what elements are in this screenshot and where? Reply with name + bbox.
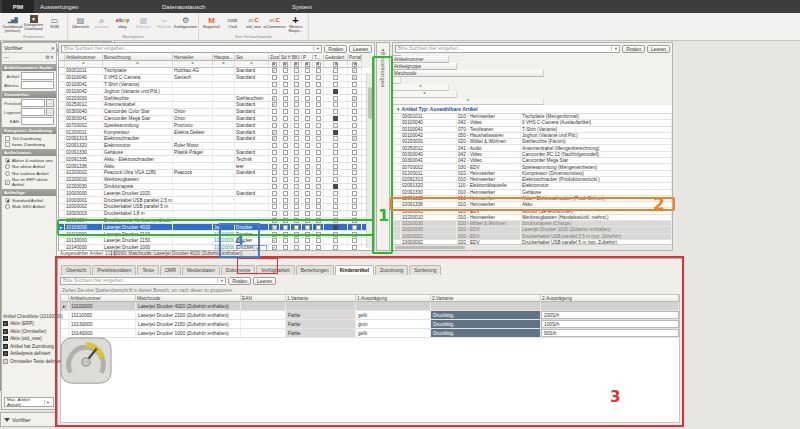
collapse-icon[interactable]: —	[4, 54, 9, 60]
checkbox-icon[interactable]	[352, 143, 357, 148]
checkbox-icon[interactable]	[352, 164, 357, 169]
checkbox-icon[interactable]	[294, 75, 299, 80]
field-input[interactable]	[21, 81, 54, 89]
table-row[interactable]: 00100042Joghurt (Variante und Pfd.)	[59, 88, 374, 95]
table-row[interactable]: 10200030Strukturtapete	[59, 184, 374, 191]
checkbox-icon[interactable]	[305, 130, 310, 135]
checkbox-icon[interactable]	[305, 238, 310, 243]
filter-funnel-icon[interactable]: *	[136, 62, 138, 67]
checkbox-icon[interactable]	[316, 109, 321, 114]
checkbox-icon[interactable]	[333, 211, 338, 216]
column-header[interactable]: 1.Variante	[286, 295, 356, 302]
clear-button[interactable]: Leeren	[349, 45, 372, 53]
filter-cell[interactable]: *	[213, 61, 235, 68]
checkbox-icon[interactable]	[272, 62, 277, 67]
checkbox-icon[interactable]	[283, 150, 288, 155]
checkbox-icon[interactable]	[283, 184, 288, 189]
column-header[interactable]: Artikelnummer	[65, 54, 103, 61]
checkbox-icon[interactable]	[305, 82, 310, 87]
checkbox-icon[interactable]	[333, 225, 338, 230]
checkbox-icon[interactable]	[305, 62, 310, 67]
checkbox-icon[interactable]	[352, 232, 357, 237]
checkbox-icon[interactable]	[283, 198, 288, 203]
ribbon-tab-datenaustausch[interactable]: Datenaustausch	[158, 0, 209, 13]
checkbox-icon[interactable]	[305, 170, 310, 175]
find-button[interactable]: Finden	[324, 45, 347, 53]
grid-group-row[interactable]: ▾ Artikel Typ: Auswählbare Artikel	[393, 105, 672, 114]
checkbox-icon[interactable]	[333, 89, 338, 94]
column-header[interactable]: Sd Hg...	[280, 54, 291, 61]
checkbox-icon[interactable]	[305, 150, 310, 155]
column-header[interactable]: Matchcode	[393, 70, 544, 77]
checkbox-icon[interactable]	[316, 184, 321, 189]
table-row[interactable]: 00700002SpielesammlungProtronicStandard	[59, 122, 374, 129]
checkbox-icon[interactable]: ✓	[352, 96, 357, 101]
checkbox-icon[interactable]	[316, 68, 321, 73]
ribbon-tab-system[interactable]: System	[288, 0, 316, 13]
checkbox-icon[interactable]	[283, 75, 288, 80]
filter-cell[interactable]	[291, 61, 302, 68]
filter-cell[interactable]	[302, 61, 313, 68]
children-search-input[interactable]	[61, 277, 217, 284]
checkbox-icon[interactable]	[352, 157, 357, 162]
checkbox-icon[interactable]	[272, 116, 277, 121]
filter-cell[interactable]	[348, 61, 362, 68]
checkbox-icon[interactable]	[352, 116, 357, 121]
checkbox-icon[interactable]	[352, 204, 357, 209]
checkbox-icon[interactable]	[294, 245, 299, 250]
checkbox-icon[interactable]	[333, 164, 338, 169]
checkbox-icon[interactable]	[316, 198, 321, 203]
column-header[interactable]: Artikelgruppe	[393, 63, 457, 70]
filter-cell[interactable]: *	[65, 61, 103, 68]
filter-funnel-icon[interactable]: *	[419, 85, 421, 90]
ribbon-button-rakuten[interactable]: ▦Rakuten	[133, 14, 154, 34]
checkbox-icon[interactable]	[283, 157, 288, 162]
checkbox-icon[interactable]	[333, 96, 338, 101]
checkbox-icon[interactable]	[333, 62, 338, 67]
sidebar-option[interactable]: ✓Nur im ERP aktive Artikel	[2, 176, 56, 188]
checkbox-icon[interactable]	[294, 62, 299, 67]
table-row[interactable]: 02091330GehäusePlastik PrägerStandard	[59, 150, 374, 157]
checkbox-icon[interactable]	[352, 82, 357, 87]
checkbox-icon[interactable]	[333, 82, 338, 87]
field-input[interactable]	[21, 99, 45, 107]
checkbox-icon[interactable]	[283, 89, 288, 94]
table-row[interactable]: ▸10100000Laserjet Drucker 4020 (Zubehör …	[61, 302, 679, 311]
checkbox-icon[interactable]	[333, 123, 338, 128]
tab-übersicht[interactable]: Übersicht	[61, 265, 91, 275]
checkbox-icon[interactable]	[272, 123, 277, 128]
checkbox-icon[interactable]	[294, 184, 299, 189]
article-search-input[interactable]	[62, 45, 313, 52]
sidebar-option[interactable]: keine Zuordnung	[2, 141, 56, 148]
checkbox-icon[interactable]	[272, 89, 277, 94]
checkbox-icon[interactable]	[305, 109, 310, 114]
checkbox-icon[interactable]	[333, 68, 338, 73]
checkbox-icon[interactable]	[272, 204, 277, 209]
checkbox-icon[interactable]: ✓	[352, 68, 357, 73]
checkbox-icon[interactable]	[316, 157, 321, 162]
checkbox-icon[interactable]	[294, 136, 299, 141]
checkbox-icon[interactable]	[352, 218, 357, 223]
table-row[interactable]: 00100041T-Shirt (Variante)	[59, 82, 374, 89]
filter-cell[interactable]	[280, 61, 291, 68]
checkbox-icon[interactable]	[305, 68, 310, 73]
checkbox-icon[interactable]	[283, 225, 288, 230]
checkbox-icon[interactable]	[294, 177, 299, 182]
checkbox-icon[interactable]	[316, 143, 321, 148]
ribbon-button-hood-de[interactable]: hoHood.de	[154, 14, 175, 34]
checkbox-icon[interactable]	[283, 109, 288, 114]
clear-filter-icon[interactable]: ✕	[50, 54, 54, 60]
checkbox-icon[interactable]	[316, 89, 321, 94]
checkbox-icon[interactable]	[272, 218, 277, 223]
field-input[interactable]	[21, 108, 45, 116]
table-row[interactable]: 10110000Laserjet Drucker 210010100000Dru…	[59, 231, 374, 238]
table-row[interactable]: 10000000Laserjet Drucker 1020Standard	[59, 190, 374, 197]
checkbox-icon[interactable]	[316, 136, 321, 141]
filter-funnel-icon[interactable]: *	[222, 62, 224, 67]
ribbon-tab-auswertungen[interactable]: Auswertungen	[36, 0, 82, 13]
ribbon-button-konfiguration[interactable]: ⚙Konfiguration	[175, 14, 196, 34]
checkbox-icon[interactable]	[333, 170, 338, 175]
checkbox-icon[interactable]	[316, 164, 321, 169]
radio-icon[interactable]	[5, 158, 10, 163]
checkbox-icon[interactable]	[352, 177, 357, 182]
